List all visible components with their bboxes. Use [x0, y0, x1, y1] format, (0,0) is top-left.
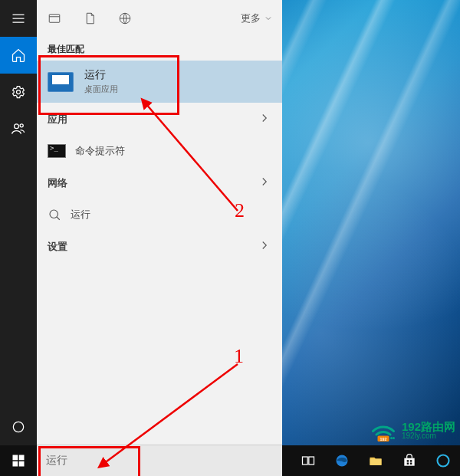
- svg-rect-7: [13, 455, 18, 461]
- network-result-run[interactable]: 运行: [37, 199, 282, 230]
- svg-rect-11: [303, 457, 308, 465]
- svg-rect-8: [19, 455, 25, 461]
- watermark-title: 192路由网: [402, 421, 455, 432]
- apps-label: 应用: [48, 113, 67, 126]
- cmd-icon: [48, 144, 66, 158]
- search-results-panel: 更多 最佳匹配 运行 桌面应用 应用 命令提示符 网络 运行 设置: [37, 0, 282, 445]
- best-match-header: 最佳匹配: [37, 37, 282, 61]
- svg-point-24: [390, 437, 393, 439]
- wifi-logo-icon: 192: [370, 416, 397, 444]
- edge-icon[interactable]: [325, 445, 359, 476]
- svg-rect-4: [49, 15, 60, 23]
- cortana-taskbar-icon[interactable]: [426, 445, 460, 476]
- run-icon: [48, 72, 74, 92]
- start-sidebar: [0, 0, 37, 445]
- svg-text:192: 192: [380, 437, 387, 442]
- watermark: 192 192路由网 192ly.com: [370, 416, 455, 444]
- network-label: 网络: [48, 176, 67, 190]
- svg-rect-15: [407, 460, 409, 462]
- apps-filter-icon[interactable]: [46, 10, 63, 27]
- search-bar: [37, 445, 282, 476]
- cmd-label: 命令提示符: [75, 144, 125, 158]
- chevron-right-icon: [258, 111, 271, 127]
- best-match-result-run[interactable]: 运行 桌面应用: [37, 61, 282, 103]
- svg-point-2: [20, 124, 23, 127]
- svg-rect-18: [410, 463, 412, 465]
- apps-section-header[interactable]: 应用: [37, 103, 282, 136]
- contacts-icon[interactable]: [0, 110, 37, 147]
- svg-rect-10: [19, 461, 25, 467]
- settings-label: 设置: [48, 240, 67, 254]
- result-subtitle: 桌面应用: [84, 84, 118, 95]
- chevron-right-icon: [258, 238, 271, 254]
- svg-rect-17: [407, 463, 409, 465]
- filter-bar: 更多: [37, 0, 282, 37]
- watermark-url: 192ly.com: [402, 432, 455, 440]
- svg-rect-12: [309, 457, 314, 465]
- cortana-icon[interactable]: [0, 409, 37, 445]
- chevron-right-icon: [258, 175, 271, 191]
- app-result-cmd[interactable]: 命令提示符: [37, 136, 282, 166]
- hamburger-icon[interactable]: [0, 0, 37, 37]
- store-icon[interactable]: [393, 445, 426, 476]
- more-label: 更多: [241, 11, 261, 25]
- explorer-icon[interactable]: [359, 445, 393, 476]
- svg-point-0: [17, 90, 21, 94]
- documents-filter-icon[interactable]: [81, 10, 98, 27]
- network-run-label: 运行: [71, 208, 90, 222]
- home-icon[interactable]: [0, 37, 37, 74]
- svg-rect-14: [370, 459, 382, 465]
- svg-point-6: [50, 210, 58, 218]
- web-filter-icon[interactable]: [117, 10, 133, 27]
- settings-section-header[interactable]: 设置: [37, 230, 282, 263]
- svg-point-25: [393, 437, 395, 439]
- network-section-header[interactable]: 网络: [37, 166, 282, 199]
- result-title: 运行: [84, 68, 118, 82]
- settings-gear-icon[interactable]: [0, 74, 37, 110]
- svg-rect-16: [410, 460, 412, 462]
- task-view-icon[interactable]: [291, 445, 325, 476]
- search-input[interactable]: [37, 445, 282, 476]
- more-filters[interactable]: 更多: [241, 11, 273, 25]
- svg-rect-9: [13, 461, 18, 467]
- svg-point-19: [438, 455, 449, 467]
- svg-point-1: [15, 124, 19, 129]
- svg-point-3: [13, 422, 23, 432]
- start-button[interactable]: [0, 445, 37, 476]
